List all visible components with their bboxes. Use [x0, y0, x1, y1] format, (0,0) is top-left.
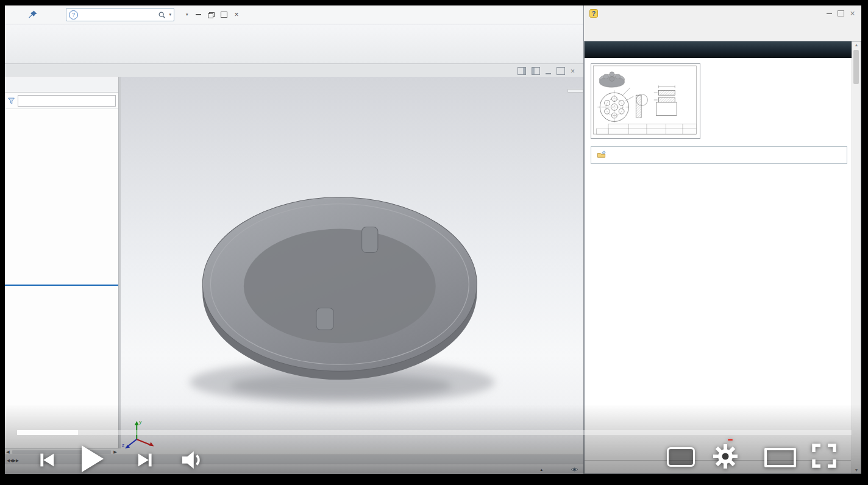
hd-quality-badge	[728, 439, 733, 441]
scroll-right-icon[interactable]: ▶	[112, 450, 118, 455]
theater-mode-button[interactable]	[764, 448, 796, 467]
lesson-heading	[585, 41, 861, 58]
fullscreen-button[interactable]	[811, 442, 838, 469]
pin-icon[interactable]	[28, 10, 38, 19]
volume-button[interactable]	[179, 448, 204, 472]
video-frame: ? ▾ ▾ × ×	[5, 5, 861, 474]
svg-text:y: y	[139, 419, 141, 425]
feature-manager-panel	[5, 77, 119, 448]
filter-funnel-icon[interactable]	[7, 97, 15, 105]
dropdown-carat-icon: ▴	[540, 467, 542, 472]
pane-left-button[interactable]	[518, 67, 526, 75]
scroll-left-icon[interactable]: ◀	[5, 450, 11, 455]
tutorials-toolbar	[584, 21, 861, 41]
tutorials-titlebar: ×	[584, 5, 861, 21]
main-area: z y x	[5, 77, 583, 448]
feature-tree	[5, 109, 118, 111]
svg-text:z: z	[122, 442, 124, 448]
buffered-segment	[17, 430, 78, 435]
search-icon[interactable]	[158, 11, 166, 19]
maximize-button[interactable]	[220, 11, 228, 19]
next-video-button[interactable]	[135, 448, 158, 472]
pane-right-button[interactable]	[532, 67, 540, 75]
doc-restore-button[interactable]	[557, 67, 565, 75]
search-input[interactable]	[80, 10, 155, 19]
document-window-controls: ×	[518, 67, 575, 75]
previous-video-button[interactable]	[34, 448, 57, 472]
tree-filter	[5, 93, 118, 109]
video-progress-bar[interactable]	[17, 430, 852, 435]
graphics-viewport[interactable]: z y x	[121, 77, 583, 448]
settings-button[interactable]	[712, 443, 739, 470]
tut-close-button[interactable]: ×	[848, 10, 856, 18]
drawing-preview-figure	[591, 63, 700, 139]
tutorials-window: ×	[583, 5, 861, 474]
pressure-plate-3d-model: z y x	[121, 77, 583, 448]
tut-maximize-button[interactable]	[837, 10, 845, 18]
task-pane-tabs	[567, 89, 583, 93]
tutorials-app-icon	[589, 9, 599, 18]
detail-view	[654, 85, 677, 115]
chevron-down-icon[interactable]: ▾	[169, 12, 171, 17]
feature-manager-tabs	[5, 77, 118, 93]
scroll-down-icon[interactable]: ▼	[855, 468, 859, 472]
minimize-button[interactable]	[194, 11, 202, 19]
close-button[interactable]: ×	[233, 11, 241, 19]
doc-close-button[interactable]: ×	[571, 68, 575, 75]
doc-minimize-button[interactable]	[546, 73, 551, 74]
filter-input[interactable]	[18, 95, 116, 107]
rollback-bar[interactable]	[5, 285, 118, 286]
command-manager	[5, 24, 583, 64]
section-view	[636, 94, 647, 118]
solidworks-window: ? ▾ ▾ × ×	[5, 5, 583, 474]
tutorial-scrollbar[interactable]: ▲ ▼	[852, 41, 861, 473]
tag-visibility-icon[interactable]	[571, 466, 578, 473]
scrollbar-thumb[interactable]	[853, 50, 859, 84]
scroll-up-icon[interactable]: ▲	[855, 43, 859, 47]
play-button[interactable]	[76, 442, 108, 476]
iso-mini-view	[599, 72, 624, 88]
restore-button[interactable]	[207, 11, 215, 19]
open-part-note	[591, 146, 847, 164]
custom-dropdown[interactable]: ▴	[534, 467, 542, 472]
tutorial-content: ▲ ▼	[584, 41, 861, 474]
tut-minimize-button[interactable]	[825, 10, 833, 18]
front-view	[597, 88, 633, 124]
captions-button[interactable]	[667, 447, 695, 467]
help-search-box[interactable]: ? ▾	[66, 8, 174, 21]
solidworks-titlebar: ? ▾ ▾ ×	[5, 5, 583, 24]
open-file-icon[interactable]	[597, 150, 606, 159]
chevron-down-icon[interactable]: ▾	[186, 12, 188, 17]
drawing-preview-svg	[591, 64, 699, 137]
title-block	[596, 124, 696, 134]
help-circle-icon: ?	[69, 10, 78, 19]
window-controls: ×	[194, 11, 241, 19]
